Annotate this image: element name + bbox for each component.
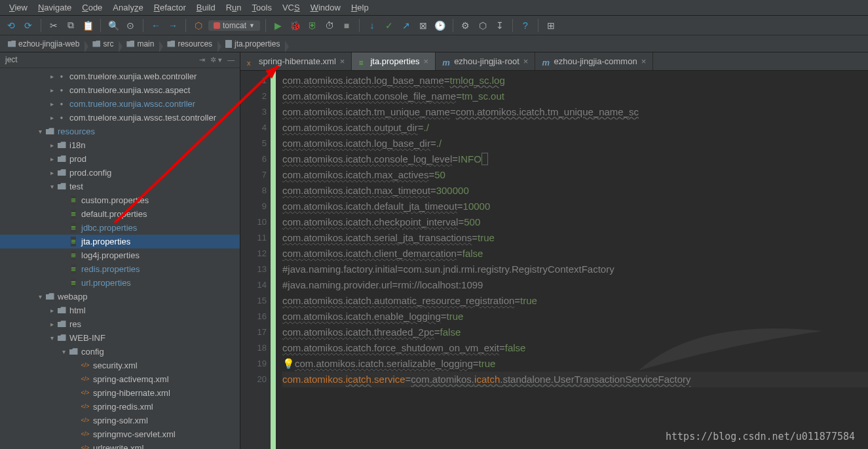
cut-icon[interactable]: ✂	[47, 18, 61, 33]
toolbar-undo-icon[interactable]: ⟲	[4, 18, 18, 33]
find-icon[interactable]: 🔍	[106, 18, 121, 33]
help-icon[interactable]: ?	[518, 18, 533, 33]
toolbar-icon-4[interactable]: ⊞	[544, 18, 558, 33]
menu-vcs[interactable]: VCS	[277, 1, 305, 14]
debug-icon[interactable]: 🐞	[288, 18, 303, 33]
vcs-push-icon[interactable]: ↗	[399, 18, 413, 33]
tree-row[interactable]: spring-hibernate.xml	[0, 386, 240, 400]
forward-icon[interactable]: →	[166, 18, 180, 33]
menu-navigate[interactable]: Navigate	[33, 1, 77, 14]
vcs-commit-icon[interactable]: ✓	[382, 18, 396, 33]
tree-row[interactable]: log4j.properties	[0, 248, 240, 262]
tree-row[interactable]: ▸com.truelore.xunjia.wssc.test.controlle…	[0, 111, 240, 125]
paste-icon[interactable]: 📋	[81, 18, 95, 33]
tree-row[interactable]: ▸res	[0, 317, 240, 331]
tree-row[interactable]: default.properties	[0, 207, 240, 221]
maven-icon: m	[442, 58, 450, 66]
menu-code[interactable]: Code	[77, 1, 107, 14]
coverage-icon[interactable]: ⛨	[305, 18, 320, 33]
editor-tab[interactable]: mezhou-jingjia-common×	[535, 52, 653, 70]
copy-icon[interactable]: ⧉	[64, 18, 78, 33]
close-icon[interactable]: ×	[424, 56, 429, 66]
tree-label: com.truelore.xunjia.wssc.aspect	[69, 85, 190, 95]
tree-row[interactable]: springmvc-servlet.xml	[0, 427, 240, 441]
tree-row[interactable]: ▸html	[0, 303, 240, 317]
editor-tab[interactable]: jta.properties×	[352, 52, 436, 70]
tree-row[interactable]: security.xml	[0, 359, 240, 372]
tree-row[interactable]: spring-activemq.xml	[0, 372, 240, 386]
run-icon[interactable]: ▶	[271, 18, 286, 33]
tree-row[interactable]: ▸prod	[0, 152, 240, 166]
menu-help[interactable]: Help	[346, 1, 374, 14]
menu-run[interactable]: Run	[221, 1, 247, 14]
run-config-select[interactable]: tomcat ▼	[208, 20, 260, 31]
project-tree[interactable]: ▸com.truelore.xunjia.web.controller▸com.…	[0, 68, 240, 449]
code-line: com.atomikos.icatch.service=com.atomikos…	[282, 372, 868, 387]
sidebar-gear-icon[interactable]: ✲ ▾	[210, 56, 222, 64]
tree-row[interactable]: jta.properties	[0, 235, 240, 248]
tree-row[interactable]: custom.properties	[0, 193, 240, 207]
profile-icon[interactable]: ⏱	[322, 18, 337, 33]
tree-row[interactable]: ▸i18n	[0, 138, 240, 152]
tree-row[interactable]: ▾WEB-INF	[0, 331, 240, 345]
vcs-revert-icon[interactable]: ⊠	[416, 18, 430, 33]
folder-icon	[92, 41, 100, 47]
tree-label: prod	[69, 154, 86, 164]
tree-label: redis.properties	[81, 264, 140, 274]
toolbar-icon-2[interactable]: ⬡	[476, 18, 490, 33]
tree-arrow-icon: ▾	[47, 334, 56, 342]
tree-row[interactable]: ▸com.truelore.xunjia.wssc.aspect	[0, 83, 240, 97]
tree-row[interactable]: spring-redis.xml	[0, 400, 240, 414]
close-icon[interactable]: ×	[641, 56, 647, 66]
replace-icon[interactable]: ⊙	[123, 18, 138, 33]
stop-icon[interactable]: ■	[339, 18, 354, 33]
tree-row[interactable]: ▾test	[0, 180, 240, 193]
tree-row[interactable]: ▸com.truelore.xunjia.wssc.contrller	[0, 97, 240, 111]
tree-row[interactable]: ▸com.truelore.xunjia.web.controller	[0, 69, 240, 83]
editor-tab[interactable]: mezhou-jingjia-root×	[436, 52, 535, 70]
tree-row[interactable]: ▾resources	[0, 125, 240, 138]
toolbar-icon-1[interactable]: ⚙	[459, 18, 473, 33]
tree-label: webapp	[58, 292, 88, 302]
breadcrumb-item[interactable]: main	[123, 39, 159, 49]
vcs-history-icon[interactable]: 🕑	[433, 18, 447, 33]
menu-tools[interactable]: Tools	[247, 1, 277, 14]
menu-view[interactable]: View	[4, 1, 33, 14]
breadcrumb-item[interactable]: resources	[163, 39, 217, 49]
code-line: 💡com.atomikos.icatch.serializable_loggin…	[282, 356, 868, 372]
tree-row[interactable]: ▸prod.config	[0, 166, 240, 180]
tree-arrow-icon: ▸	[47, 307, 56, 314]
sidebar-hide-icon[interactable]: —	[227, 56, 235, 64]
tree-arrow-icon: ▸	[47, 321, 56, 328]
breadcrumb-item[interactable]: ezhou-jingjia-web	[4, 39, 85, 49]
editor-tab[interactable]: spring-hibernate.xml×	[240, 52, 352, 70]
close-icon[interactable]: ×	[340, 56, 345, 66]
tree-row[interactable]: url.properties	[0, 276, 240, 290]
menu-build[interactable]: Build	[191, 1, 221, 14]
xml-icon	[80, 444, 90, 449]
folder-icon	[56, 142, 67, 148]
breadcrumb-item[interactable]: src	[88, 39, 119, 49]
code-line: com.atomikos.icatch.tm_unique_name=com.a…	[282, 104, 868, 120]
tree-row[interactable]: jdbc.properties	[0, 221, 240, 235]
sidebar-collapse-icon[interactable]: ⇥	[199, 56, 205, 64]
breadcrumb-item[interactable]: jta.properties	[221, 39, 285, 49]
close-icon[interactable]: ×	[523, 56, 529, 66]
tree-row[interactable]: urlrewrite.xml	[0, 441, 240, 449]
menu-analyze[interactable]: Analyze	[107, 1, 148, 14]
menu-window[interactable]: Window	[305, 1, 346, 14]
code-editor[interactable]: com.atomikos.icatch.log_base_name=tmlog_…	[276, 71, 868, 449]
tree-row[interactable]: ▾webapp	[0, 290, 240, 303]
structure-icon[interactable]: ⬡	[191, 18, 206, 33]
folder-res-icon	[45, 128, 55, 134]
vcs-update-icon[interactable]: ↓	[365, 18, 379, 33]
code-line: com.atomikos.icatch.serial_jta_transacti…	[282, 230, 868, 246]
tree-row[interactable]: redis.properties	[0, 262, 240, 276]
toolbar-icon-3[interactable]: ↧	[493, 18, 507, 33]
back-icon[interactable]: ←	[149, 18, 163, 33]
toolbar-redo-icon[interactable]: ⟳	[21, 18, 35, 33]
menu-refactor[interactable]: Refactor	[149, 1, 191, 14]
code-line: com.atomikos.icatch.checkpoint_interval=…	[282, 214, 868, 230]
tree-row[interactable]: spring-solr.xml	[0, 414, 240, 427]
tree-row[interactable]: ▾config	[0, 345, 240, 359]
